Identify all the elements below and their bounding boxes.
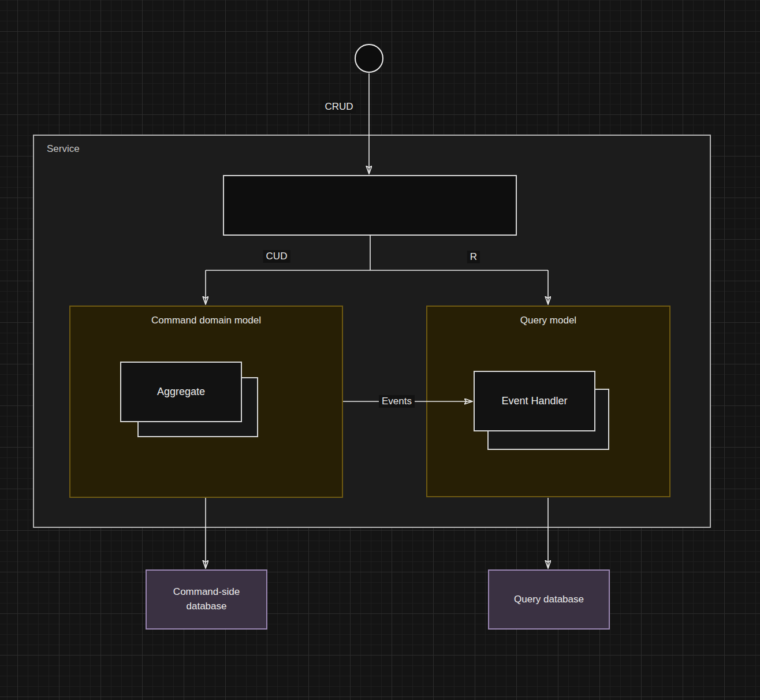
edge-label-crud: CRUD (322, 100, 356, 113)
aggregate-card-label: Aggregate (157, 386, 205, 398)
start-node-circle (355, 44, 383, 73)
service-container-label: Service (47, 143, 80, 155)
query-database-box: Query database (488, 569, 610, 630)
command-side-database-box: Command-side database (146, 569, 267, 630)
command-domain-model-title: Command domain model (70, 315, 342, 326)
query-model-title: Query model (427, 315, 669, 326)
event-handler-card: Event Handler (474, 371, 595, 431)
query-database-label: Query database (514, 593, 584, 607)
entry-api-box (223, 175, 517, 236)
command-side-database-label: Command-side database (159, 585, 254, 613)
edge-label-events: Events (379, 395, 415, 408)
diagram-canvas: Service Command domain model Aggregate Q… (0, 0, 760, 700)
edge-label-r: R (467, 251, 480, 263)
aggregate-card: Aggregate (120, 362, 242, 422)
edge-label-cud: CUD (263, 250, 290, 263)
event-handler-card-label: Event Handler (501, 395, 567, 407)
